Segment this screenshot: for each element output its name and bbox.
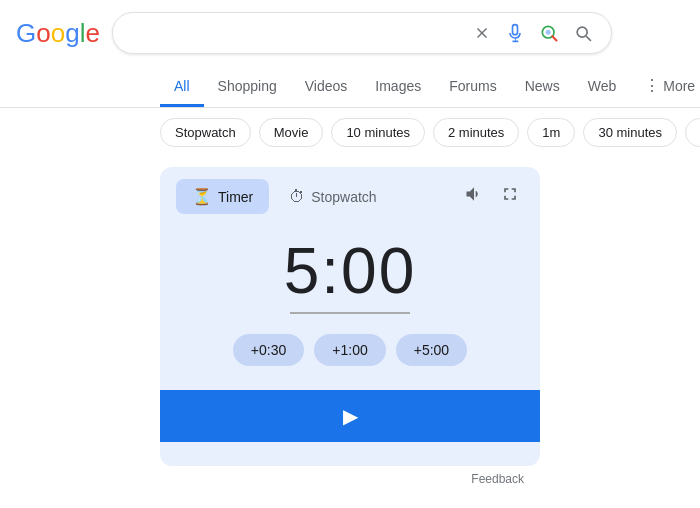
timer-display[interactable]: 5:00: [284, 234, 417, 308]
tab-videos[interactable]: Videos: [291, 68, 362, 107]
add-time-buttons: +0:30 +1:00 +5:00: [233, 334, 467, 366]
sound-button[interactable]: [460, 180, 488, 213]
tab-forums[interactable]: Forums: [435, 68, 510, 107]
chip-10min[interactable]: 10 minutes: [331, 118, 425, 147]
stopwatch-tab[interactable]: ⏱ Stopwatch: [273, 180, 392, 214]
tab-all[interactable]: All: [160, 68, 204, 107]
svg-line-3: [552, 36, 556, 40]
add-5min-button[interactable]: +5:00: [396, 334, 467, 366]
more-dots-icon: ⋮: [644, 76, 660, 95]
clear-search-button[interactable]: [471, 22, 493, 44]
timer-tab[interactable]: ⏳ Timer: [176, 179, 269, 214]
chip-2min[interactable]: 2 minutes: [433, 118, 519, 147]
svg-point-4: [546, 30, 551, 35]
stopwatch-icon: ⏱: [289, 188, 305, 206]
add-30s-button[interactable]: +0:30: [233, 334, 304, 366]
chip-stopwatch[interactable]: Stopwatch: [160, 118, 251, 147]
google-search-button[interactable]: [571, 21, 595, 45]
search-bar: timer: [112, 12, 612, 54]
tab-shopping[interactable]: Shopping: [204, 68, 291, 107]
timer-body: 5:00 +0:30 +1:00 +5:00 ▶: [160, 214, 540, 466]
timer-underline: [290, 312, 410, 314]
feedback-link[interactable]: Feedback: [160, 466, 540, 492]
chip-30min[interactable]: 30 minutes: [583, 118, 677, 147]
timer-icon: ⏳: [192, 187, 212, 206]
tab-news[interactable]: News: [511, 68, 574, 107]
header: Google timer: [0, 0, 700, 66]
main-content: ⏳ Timer ⏱ Stopwatch 5:00 +0:30: [0, 157, 700, 502]
tab-web[interactable]: Web: [574, 68, 631, 107]
chip-1m[interactable]: 1m: [527, 118, 575, 147]
widget-controls: [460, 180, 524, 213]
nav-tabs: All Shopping Videos Images Forums News W…: [0, 66, 700, 108]
fullscreen-button[interactable]: [496, 180, 524, 213]
tab-more[interactable]: ⋮ More: [630, 66, 700, 108]
tab-images[interactable]: Images: [361, 68, 435, 107]
play-button[interactable]: ▶: [160, 390, 540, 442]
google-logo[interactable]: Google: [16, 18, 100, 49]
chip-movie[interactable]: Movie: [259, 118, 324, 147]
widget-tabs: ⏳ Timer ⏱ Stopwatch: [160, 167, 540, 214]
search-input[interactable]: timer: [129, 24, 471, 42]
voice-search-button[interactable]: [503, 21, 527, 45]
search-icons: [471, 21, 595, 45]
filter-chips: Stopwatch Movie 10 minutes 2 minutes 1m …: [0, 108, 700, 157]
play-icon: ▶: [343, 404, 358, 428]
timer-widget: ⏳ Timer ⏱ Stopwatch 5:00 +0:30: [160, 167, 540, 466]
add-1min-button[interactable]: +1:00: [314, 334, 385, 366]
chip-countdown[interactable]: Countdown: [685, 118, 700, 147]
lens-search-button[interactable]: [537, 21, 561, 45]
